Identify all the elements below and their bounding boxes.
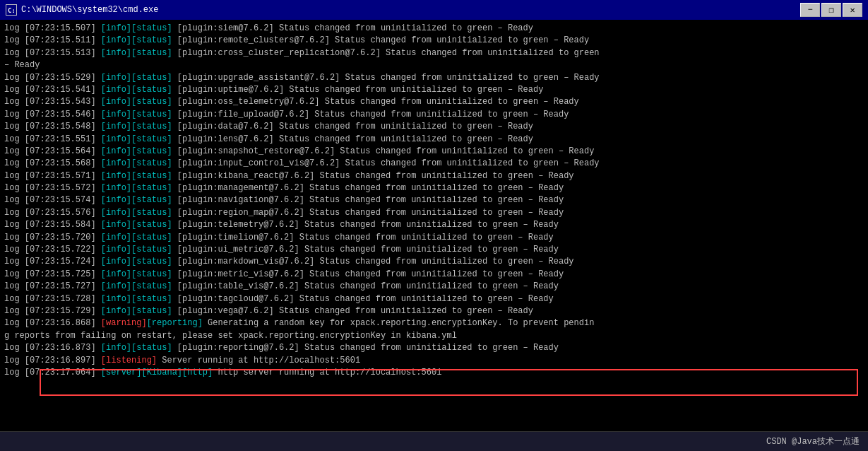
close-button[interactable]: ✕ [843,3,862,17]
log-line: log [07:23:15.568] [info][status] [plugi… [4,158,864,170]
log-line: log [07:23:15.725] [info][status] [plugi… [4,269,864,281]
log-line: log [07:23:15.541] [info][status] [plugi… [4,84,864,96]
minimize-button[interactable]: − [800,3,820,17]
log-line: log [07:23:15.727] [info][status] [plugi… [4,281,864,293]
cmd-icon: C: [6,4,17,16]
log-line: log [07:23:15.564] [info][status] [plugi… [4,146,864,158]
log-line: log [07:23:15.572] [info][status] [plugi… [4,182,864,194]
log-line: log [07:23:15.507] [info][status] [plugi… [4,23,864,35]
log-line: log [07:23:15.513] [info][status] [plugi… [4,47,864,59]
log-line: log [07:23:15.548] [info][status] [plugi… [4,121,864,133]
log-line: – Ready [4,59,864,71]
log-line: log [07:23:15.576] [info][status] [plugi… [4,207,864,219]
svg-text:C:: C: [8,7,16,14]
log-line: log [07:23:15.728] [info][status] [plugi… [4,293,864,305]
log-line: log [07:23:15.543] [info][status] [plugi… [4,96,864,108]
log-line: g reports from failing on restart, pleas… [4,330,864,342]
log-line: log [07:23:16.868] [warning][reporting] … [4,317,864,329]
title-bar-left: C: C:\WINDOWS\system32\cmd.exe [6,4,158,16]
log-line: log [07:23:16.873] [info][status] [plugi… [4,342,864,354]
credit-text: CSDN @Java技术一点通 [766,435,860,447]
window-title: C:\WINDOWS\system32\cmd.exe [21,5,158,15]
log-line: log [07:23:15.571] [info][status] [plugi… [4,170,864,182]
log-line: log [07:23:15.584] [info][status] [plugi… [4,219,864,231]
log-line: log [07:23:17.064] [server][Kibana][http… [4,367,864,379]
log-line: log [07:23:15.551] [info][status] [plugi… [4,134,864,146]
log-line: log [07:23:15.729] [info][status] [plugi… [4,305,864,317]
console-content: log [07:23:15.507] [info][status] [plugi… [0,20,868,431]
log-line: log [07:23:16.897] [listening] Server ru… [4,355,864,367]
log-line: log [07:23:15.546] [info][status] [plugi… [4,109,864,121]
log-line: log [07:23:15.529] [info][status] [plugi… [4,72,864,84]
log-line: log [07:23:15.724] [info][status] [plugi… [4,256,864,268]
title-bar: C: C:\WINDOWS\system32\cmd.exe − ❐ ✕ [0,0,868,20]
cmd-window: C: C:\WINDOWS\system32\cmd.exe − ❐ ✕ log… [0,0,868,451]
log-line: log [07:23:15.720] [info][status] [plugi… [4,232,864,244]
log-line: log [07:23:15.511] [info][status] [plugi… [4,35,864,47]
window-controls: − ❐ ✕ [800,3,862,17]
restore-button[interactable]: ❐ [821,3,841,17]
log-line: log [07:23:15.574] [info][status] [plugi… [4,194,864,206]
log-line: log [07:23:15.722] [info][status] [plugi… [4,244,864,256]
bottom-bar: CSDN @Java技术一点通 [0,431,868,451]
